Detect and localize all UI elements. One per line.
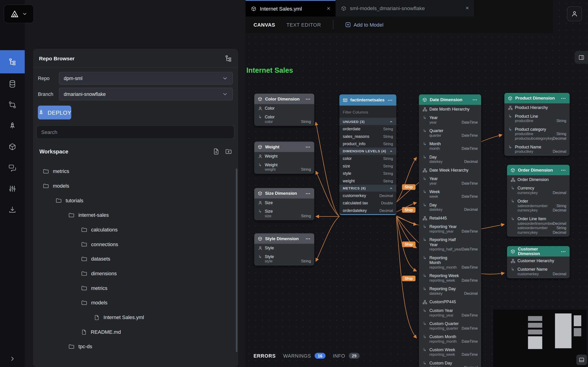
chevron-up-icon[interactable] (389, 149, 393, 153)
node-menu-button[interactable]: ⋯ (561, 96, 566, 100)
node-row[interactable]: ↳ Product categoryproductline productsub… (504, 125, 570, 143)
node-color-dimension[interactable]: Color Dimension ⋯ ↳ Color ↳ Colorcolor (254, 94, 314, 126)
tree-item[interactable]: dimensions (33, 266, 238, 281)
tree-item[interactable]: internet-sales (33, 208, 238, 223)
node-row[interactable]: ↳ Reporting Weekreporting_week DateTime (419, 272, 481, 285)
tab-internet-sales-yml[interactable]: Internet Sales.yml ✕ (246, 0, 336, 17)
tree-item[interactable]: Internet Sales.yml (33, 310, 238, 325)
user-account-button[interactable] (567, 6, 582, 21)
tree-scrollbar[interactable] (236, 169, 237, 352)
branch-select[interactable]: dmariani-snowflake (59, 88, 233, 100)
node-row[interactable]: ↳ Custom Weekreporting_week DateTime (419, 346, 481, 359)
node-row[interactable]: ↳ Reporting Yearreporting_year DateTime (419, 223, 481, 236)
nav-database-button[interactable] (0, 73, 25, 94)
node-row[interactable]: ↳ CustomPP445 (419, 298, 481, 307)
node-factinternetsales[interactable]: factinternetsales ⋯ UNUSED (3) orderdate… (339, 94, 397, 215)
node-header[interactable]: Order Dimension ⋯ (507, 165, 570, 175)
chevron-up-icon[interactable] (389, 120, 393, 123)
nav-deploy-button[interactable] (0, 115, 25, 136)
node-row[interactable]: ↳ Monthmonth DateTime (419, 140, 481, 153)
tree-item[interactable]: models (33, 179, 238, 193)
filter-columns-input[interactable] (343, 110, 393, 114)
fact-row[interactable]: product_info String (339, 140, 397, 148)
tab-sml-models[interactable]: sml-models_dmariani-snowflake ✕ (336, 0, 474, 17)
node-row[interactable]: ↳ Yearyear DateTime (419, 114, 481, 127)
node-menu-button[interactable]: ⋯ (305, 191, 311, 196)
relationship-ship-badge[interactable]: Ship (402, 242, 415, 247)
node-row[interactable]: ↳ Sizesize String (254, 207, 314, 220)
close-icon[interactable]: ✕ (324, 6, 330, 11)
node-row[interactable]: ↳ Size (254, 198, 314, 207)
workspace-search-input[interactable] (41, 129, 230, 135)
fact-row[interactable]: UNUSED (3) (339, 118, 397, 125)
tab-text-editor[interactable]: TEXT EDITOR (286, 22, 321, 27)
info-filter[interactable]: INFO 29 (333, 353, 359, 359)
node-row[interactable]: ↳ Yearyear DateTime (419, 175, 481, 188)
node-order-dimension[interactable]: Order Dimension ⋯ ↳ Order Dimension ↳ Cu… (507, 165, 570, 236)
tree-item[interactable]: tutorials (33, 193, 238, 208)
fact-row[interactable]: color String (339, 155, 397, 162)
fact-row[interactable]: size String (339, 162, 397, 170)
node-row[interactable]: ↳ Color (254, 104, 314, 113)
node-row[interactable]: ↳ Weight (254, 152, 314, 161)
node-row[interactable]: ↳ Product Lineproductline String (504, 112, 570, 125)
node-row[interactable]: ↳ Currencycurrencykey Decimal (507, 184, 570, 197)
relationship-ship-badge[interactable]: Ship (402, 184, 415, 190)
node-row[interactable]: ↳ Customer Namecustomerkey Decimal (507, 265, 570, 278)
node-row[interactable]: ↳ Order Line Itemsalesorderlinenumber sa… (507, 215, 570, 237)
node-header[interactable]: factinternetsales ⋯ (339, 94, 397, 106)
node-row[interactable]: ↳ Weekweek DateTime (419, 188, 481, 201)
warnings-filter[interactable]: WARNINGS 16 (283, 353, 326, 359)
node-row[interactable]: ↳ Customer Hierarchy (507, 257, 570, 265)
node-row[interactable]: ↳ Custom Quarterreporting_quarter DateTi… (419, 319, 481, 333)
new-folder-button[interactable] (225, 148, 232, 155)
tab-canvas[interactable]: CANVAS (254, 22, 275, 27)
fact-row[interactable]: orderdate String (339, 125, 397, 133)
node-customer-dimension[interactable]: Customer Dimension ⋯ ↳ Customer Hierarch… (507, 246, 570, 278)
node-size-dimension[interactable]: Size Dimension ⋯ ↳ Size ↳ Sizesize Stri (254, 188, 314, 220)
node-weight-dimension[interactable]: Weight ⋯ ↳ Weight ↳ Weightweight String (254, 142, 314, 174)
fact-row[interactable]: DIMENSION LEVELS (4) (339, 148, 397, 155)
node-header[interactable]: Color Dimension ⋯ (254, 94, 314, 104)
node-row[interactable]: ↳ Reporting Monthreporting_month DateTim… (419, 253, 481, 271)
app-logo-menu[interactable] (4, 5, 34, 23)
node-date-dimension[interactable]: Date Dimension ⋯ ↳ Date Month Hierarchy … (419, 94, 481, 367)
node-menu-button[interactable]: ⋯ (561, 249, 566, 254)
tree-item[interactable]: metrics (33, 164, 238, 179)
fact-row[interactable]: orderdatekey Decimal (339, 207, 397, 214)
node-row[interactable]: ↳ Colorcolor String (254, 113, 314, 126)
minimap-toggle-button[interactable] (576, 355, 587, 365)
tree-item[interactable]: models (33, 295, 238, 310)
node-row[interactable]: ↳ Product Hierarchy (504, 103, 570, 112)
node-header[interactable]: Weight ⋯ (254, 142, 314, 152)
node-header[interactable]: Product Dimension ⋯ (504, 93, 570, 103)
tree-item[interactable]: tpc-ds (33, 339, 238, 354)
node-menu-button[interactable]: ⋯ (472, 97, 478, 102)
node-row[interactable]: ↳ Reporting Daydatekey Decimal (419, 285, 481, 298)
nav-settings-button[interactable] (0, 178, 25, 199)
node-header[interactable]: Customer Dimension ⋯ (507, 246, 570, 257)
node-menu-button[interactable]: ⋯ (305, 96, 311, 101)
node-row[interactable]: ↳ Style (254, 244, 314, 252)
fact-row[interactable]: weight String (339, 177, 397, 185)
node-row[interactable]: ↳ Daydatekey Decimal (419, 153, 481, 166)
nav-package-button[interactable] (0, 136, 25, 157)
node-row[interactable]: ↳ Date Month Hierarchy (419, 105, 481, 114)
tree-item[interactable]: datasets (33, 252, 238, 266)
tree-item[interactable]: connections (33, 237, 238, 252)
nav-import-button[interactable] (0, 199, 25, 220)
node-row[interactable]: ↳ Date Week Hierarchy (419, 166, 481, 175)
node-row[interactable]: ↳ Quarterquarter DateTime (419, 127, 481, 140)
node-menu-button[interactable]: ⋯ (305, 236, 311, 241)
new-file-button[interactable] (213, 148, 220, 155)
tree-item[interactable]: metrics (33, 281, 238, 295)
node-style-dimension[interactable]: Style Dimension ⋯ ↳ Style ↳ Stylestyle (254, 233, 314, 265)
nav-model-tree-button[interactable] (0, 50, 25, 73)
node-row[interactable]: ↳ Custom Daydatekey Decimal (419, 359, 481, 367)
fact-row[interactable]: METRICS (8) (339, 185, 397, 192)
node-row[interactable]: ↳ Product Nameproductkey Decimal (504, 143, 570, 156)
node-row[interactable]: ↳ Weightweight String (254, 161, 314, 174)
node-row[interactable]: ↳ Custom Yearreporting_year DateTime (419, 307, 481, 319)
node-row[interactable]: ↳ Custom Monthreporting_month DateTime (419, 333, 481, 346)
fact-row[interactable]: sales_reasons String (339, 133, 397, 140)
